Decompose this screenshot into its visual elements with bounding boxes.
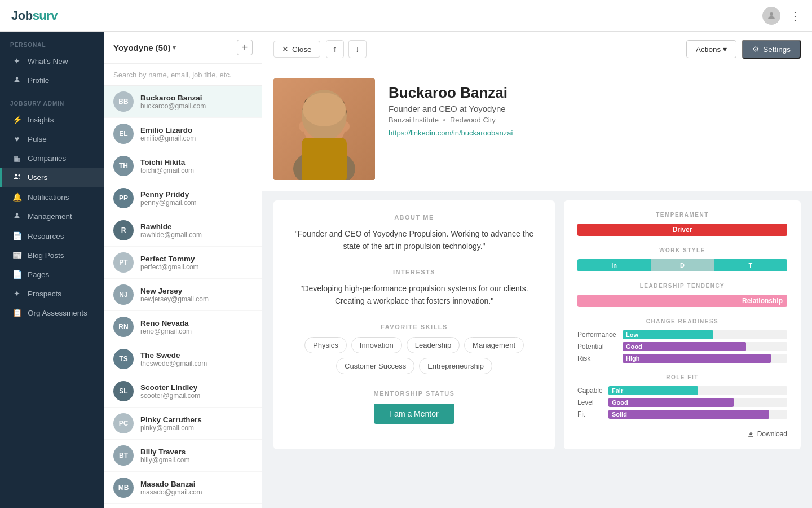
close-button[interactable]: ✕ Close — [273, 41, 320, 58]
sidebar-item-prospects[interactable]: ✦ Prospects — [0, 284, 104, 303]
rf-track-fit: Solid — [608, 410, 787, 419]
more-options-button[interactable]: ⋮ — [789, 9, 801, 23]
sidebar-item-org-assessments[interactable]: 📋 Org Assessments — [0, 303, 104, 322]
svg-point-27 — [342, 121, 350, 132]
user-avatar[interactable] — [762, 7, 780, 25]
sidebar-item-profile[interactable]: Profile — [0, 71, 104, 90]
sidebar-item-notifications[interactable]: 🔔 Notifications — [0, 187, 104, 207]
profile-header: Buckaroo Banzai Founder and CEO at Yoyod… — [262, 67, 812, 191]
contact-item[interactable]: PT Perfect Tommy perfect@gmail.com — [104, 247, 262, 279]
contact-info: Buckaroo Banzai buckaroo@gmail.com — [140, 94, 253, 110]
add-contact-button[interactable]: + — [237, 40, 253, 55]
cr-value-risk: High — [626, 355, 639, 362]
sidebar-item-pulse[interactable]: ♥ Pulse — [0, 129, 104, 148]
app-logo[interactable]: Jobsurv — [11, 8, 58, 23]
settings-button[interactable]: ⚙ Settings — [742, 40, 801, 59]
sidebar-item-pages[interactable]: 📄 Pages — [0, 265, 104, 284]
svg-marker-12 — [324, 142, 328, 145]
admin-section-label: JOBSURV ADMIN — [0, 90, 104, 110]
contact-name: Pinky Carruthers — [140, 415, 253, 424]
rf-value-level: Good — [612, 399, 628, 406]
contact-avatar: TS — [113, 349, 134, 369]
contact-item[interactable]: PC Pinky Carruthers pinky@gmail.com — [104, 408, 262, 440]
mentor-button[interactable]: I am a Mentor — [374, 404, 454, 424]
contact-info: Scooter Lindley scooter@gmail.com — [140, 383, 253, 400]
contact-email: reno@gmail.com — [140, 327, 253, 335]
contact-item[interactable]: PP Penny Priddy penny@gmail.com — [104, 182, 262, 214]
sidebar-item-management[interactable]: Management — [0, 207, 104, 226]
rf-label-fit: Fit — [577, 410, 608, 418]
cr-row-potential: Potential Good — [577, 342, 787, 351]
work-style-section: WORK STYLE In D T — [577, 247, 787, 271]
sidebar-label-users: Users — [28, 173, 47, 182]
contact-email: perfect@gmail.com — [140, 263, 253, 271]
rf-track-capable: Fair — [608, 386, 787, 395]
contact-avatar: EL — [113, 124, 134, 144]
svg-line-20 — [306, 124, 309, 125]
companies-icon: ▦ — [12, 154, 22, 163]
sidebar-item-companies[interactable]: ▦ Companies — [0, 148, 104, 168]
sidebar-item-blog-posts[interactable]: 📰 Blog Posts — [0, 246, 104, 265]
cr-track-potential: Good — [623, 342, 787, 351]
contact-item[interactable]: EL Emilio Lizardo emilio@gmail.com — [104, 118, 262, 150]
profile-linkedin-link[interactable]: https://linkedin.com/in/buckaroobanzai — [389, 129, 513, 137]
rf-label-capable: Capable — [577, 387, 608, 395]
svg-point-22 — [312, 124, 318, 129]
contact-list: BB Buckaroo Banzai buckaroo@gmail.com EL… — [104, 86, 262, 508]
profile-title: Founder and CEO at Yoyodyne — [389, 104, 801, 113]
contact-item[interactable]: MB Masado Banzai masado@gmail.com — [104, 472, 262, 504]
download-link[interactable]: Download — [577, 430, 787, 438]
actions-button[interactable]: Actions ▾ — [686, 40, 736, 58]
meta-separator — [443, 119, 445, 121]
work-seg-t: T — [714, 259, 787, 271]
sidebar: PERSONAL ✦ What's New Profile JOBSURV AD… — [0, 32, 104, 508]
contact-avatar: RN — [113, 317, 134, 337]
profile-name: Buckaroo Banzai — [389, 84, 801, 102]
main-content: ✕ Close ↑ ↓ Actions ▾ ⚙ Settings — [262, 32, 812, 508]
contact-item[interactable]: BT Billy Travers billy@gmail.com — [104, 440, 262, 472]
download-icon — [747, 431, 754, 438]
contact-item[interactable]: TS The Swede theswede@gmail.com — [104, 343, 262, 375]
next-profile-button[interactable]: ↓ — [348, 40, 367, 58]
leadership-bar: Relationship — [577, 295, 787, 307]
company-selector[interactable]: Yoyodyne (50) ▾ — [113, 43, 176, 52]
contact-avatar: PT — [113, 252, 134, 273]
sidebar-label-notifications: Notifications — [28, 193, 69, 202]
contact-name: Reno Nevada — [140, 319, 253, 327]
sidebar-item-insights[interactable]: ⚡ Insights — [0, 110, 104, 129]
contact-info: Penny Priddy penny@gmail.com — [140, 190, 253, 207]
prev-profile-button[interactable]: ↑ — [326, 40, 344, 58]
sidebar-item-resources[interactable]: 📄 Resources — [0, 226, 104, 246]
svg-rect-8 — [304, 146, 344, 180]
contact-name: Rawhide — [140, 222, 253, 231]
svg-rect-9 — [317, 139, 331, 151]
rf-fill-fit: Solid — [608, 410, 769, 419]
contact-item[interactable]: TH Toichi Hikita toichi@gmail.com — [104, 150, 262, 182]
logo-text: Job — [11, 8, 33, 23]
org-assessments-icon: 📋 — [12, 308, 22, 317]
contact-item[interactable]: RN Reno Nevada reno@gmail.com — [104, 311, 262, 343]
leadership-value: Relationship — [742, 297, 783, 305]
svg-point-1 — [16, 77, 19, 80]
mentorship-title: MENTORSHIP STATUS — [287, 390, 541, 397]
contact-item[interactable]: BB Buckaroo Banzai buckaroo@gmail.com — [104, 86, 262, 118]
sidebar-item-whats-new[interactable]: ✦ What's New — [0, 51, 104, 71]
search-input[interactable] — [113, 71, 253, 79]
contact-item[interactable]: R Rawhide rawhide@gmail.com — [104, 214, 262, 247]
close-icon: ✕ — [282, 45, 289, 54]
contact-item[interactable]: SL Scooter Lindley scooter@gmail.com — [104, 375, 262, 408]
contact-name: Emilio Lizardo — [140, 126, 253, 134]
contact-email: theswede@gmail.com — [140, 360, 253, 367]
profile-icon — [12, 76, 22, 85]
contact-item[interactable]: SB Sandra Banzai sandra@gmail.com — [104, 504, 262, 508]
interests-text: "Developing high-performance propulsion … — [287, 282, 541, 308]
insights-icon: ⚡ — [12, 115, 22, 124]
cr-track-performance: Low — [623, 330, 787, 339]
svg-marker-10 — [320, 143, 328, 146]
contact-item[interactable]: NJ New Jersey newjersey@gmail.com — [104, 279, 262, 311]
contact-avatar: BB — [113, 91, 134, 112]
sidebar-label-whats-new: What's New — [28, 57, 68, 65]
profile-organization: Banzai Institute — [389, 116, 439, 124]
sidebar-item-users[interactable]: Users — [0, 168, 104, 187]
contact-email: billy@gmail.com — [140, 456, 253, 464]
